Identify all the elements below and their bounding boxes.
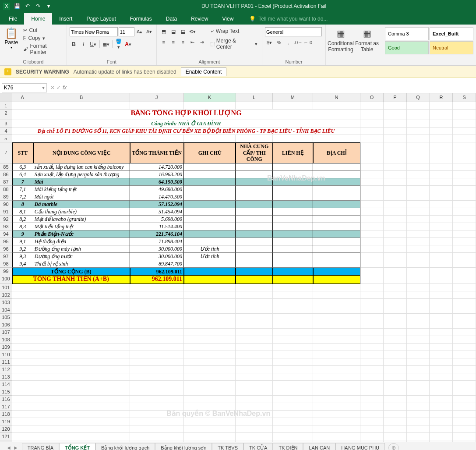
sheet-tab[interactable]: Bảng khối lượng sơn [155, 443, 212, 450]
row-header[interactable]: 102 [0, 291, 12, 299]
col-header-A[interactable]: A [12, 93, 33, 102]
decrease-decimal-icon[interactable]: ←.0 [303, 38, 312, 47]
table-header[interactable]: TỔNG THÀNH TIỀN [130, 142, 184, 163]
sheet-tab[interactable]: TK CỬA [243, 443, 273, 450]
sheet-tab[interactable]: TK TBVS [212, 443, 243, 450]
row-header[interactable]: 100 [0, 275, 12, 284]
row-header[interactable]: 95 [0, 238, 12, 245]
row-header[interactable]: 4 [0, 128, 12, 135]
name-box[interactable]: K76 [2, 83, 40, 92]
underline-button[interactable]: U▾ [89, 40, 98, 49]
row-header[interactable]: 118 [0, 411, 12, 418]
row-header[interactable]: 3 [0, 120, 12, 128]
row-header[interactable]: 1 [0, 102, 12, 110]
row-header[interactable]: 116 [0, 396, 12, 403]
tab-home[interactable]: Home [24, 13, 52, 25]
new-sheet-button[interactable]: ⊕ [388, 443, 399, 450]
sheet-tab[interactable]: TK ĐIỆN [273, 443, 303, 450]
tab-data[interactable]: Data [159, 13, 184, 25]
row-header[interactable]: 115 [0, 388, 12, 396]
bold-button[interactable]: B [70, 40, 78, 49]
decrease-font-icon[interactable]: A▾ [145, 27, 154, 36]
number-format-select[interactable] [265, 27, 322, 36]
row-header[interactable]: 113 [0, 373, 12, 381]
row-header[interactable]: 120 [0, 425, 12, 433]
col-header-L[interactable]: L [236, 93, 273, 102]
tab-page-layout[interactable]: Page Layout [79, 13, 123, 25]
col-header-O[interactable]: O [360, 93, 384, 102]
name-box-dropdown-icon[interactable]: ▾ [40, 83, 47, 92]
select-all-corner[interactable] [0, 93, 12, 102]
row-header[interactable]: 109 [0, 344, 12, 351]
comma-icon[interactable]: , [284, 38, 293, 47]
table-header[interactable]: GHI CHÚ [184, 142, 236, 163]
decrease-indent-icon[interactable]: ⇤ [188, 38, 197, 46]
font-size-select[interactable] [119, 27, 134, 36]
redo-icon[interactable]: ↷ [33, 1, 43, 11]
tab-file[interactable]: File [2, 13, 24, 25]
tab-formulas[interactable]: Formulas [123, 13, 159, 25]
table-header[interactable]: STT [12, 142, 33, 163]
sheet-nav-next-icon[interactable]: ► [13, 445, 18, 450]
tab-view[interactable]: View [215, 13, 241, 25]
font-name-select[interactable] [70, 27, 118, 36]
currency-icon[interactable]: $▾ [265, 38, 274, 47]
tell-me-search[interactable]: 💡 Tell me what you want to do... [249, 13, 328, 25]
col-header-K[interactable]: K [184, 93, 236, 102]
row-header[interactable]: 106 [0, 321, 12, 329]
enter-formula-icon[interactable]: ✓ [56, 85, 61, 91]
col-header-P[interactable]: P [384, 93, 407, 102]
row-header[interactable]: 119 [0, 418, 12, 425]
worksheet-grid[interactable]: ABJKLMNOPQRS 12BẢNG TỔNG HỢP KHỐI LƯỢNG3… [0, 93, 476, 442]
row-header[interactable]: 99 [0, 268, 12, 275]
row-header[interactable]: 96 [0, 245, 12, 253]
align-middle-icon[interactable]: ⬓ [169, 27, 178, 36]
table-header[interactable]: LIÊN HỆ [273, 142, 313, 163]
doc-heading[interactable]: Địa chỉ: LÔ F1 ĐƯỜNG SỐ 11, KCN GIÁP KHU… [12, 128, 360, 135]
tab-insert[interactable]: Insert [52, 13, 79, 25]
increase-font-icon[interactable]: A▴ [135, 27, 144, 36]
align-right-icon[interactable]: ≡ [179, 38, 187, 46]
increase-indent-icon[interactable]: ⇥ [198, 38, 207, 46]
sheet-tab[interactable]: TỔNG KẾT [59, 443, 95, 450]
table-header[interactable]: NHÀ CUNG CẤP/ THI CÔNG [236, 142, 273, 163]
row-header[interactable]: 2 [0, 110, 12, 120]
doc-heading[interactable]: BẢNG TỔNG HỢP KHỐI LƯỢNG [12, 110, 360, 120]
row-header[interactable]: 93 [0, 223, 12, 230]
row-header[interactable]: 117 [0, 403, 12, 411]
format-as-table-button[interactable]: ▦Format as Table [355, 25, 379, 53]
table-header[interactable]: NỘI DUNG CÔNG VIỆC [33, 142, 130, 163]
row-header[interactable]: 104 [0, 306, 12, 314]
copy-button[interactable]: ⎘ Copy ▾ [21, 34, 63, 42]
sheet-tab[interactable]: Bảng khối lượng gạch [95, 443, 155, 450]
row-header[interactable]: 110 [0, 351, 12, 358]
formula-input[interactable] [72, 83, 476, 92]
merge-center-button[interactable]: ⬚ Merge & Center ▾ [208, 37, 259, 51]
col-header-B[interactable]: B [33, 93, 130, 102]
total-label[interactable]: TỔNG THÀNH TIỀN (A+B) [12, 275, 130, 284]
style-neutral[interactable]: Neutral [430, 41, 473, 54]
row-header[interactable]: 98 [0, 260, 12, 268]
row-header[interactable]: 87 [0, 178, 12, 186]
row-header[interactable]: 88 [0, 186, 12, 193]
align-left-icon[interactable]: ≡ [159, 38, 168, 46]
percent-icon[interactable]: % [275, 38, 283, 47]
fill-color-button[interactable]: 🪣▾ [114, 40, 123, 49]
row-header[interactable]: 85 [0, 163, 12, 171]
undo-icon[interactable]: ↶ [23, 1, 32, 11]
sheet-tab[interactable]: HẠNG MỤC PHỤ [335, 443, 385, 450]
sheet-tab[interactable]: TRANG BÌA [22, 443, 59, 450]
tab-review[interactable]: Review [184, 13, 215, 25]
col-header-N[interactable]: N [313, 93, 361, 102]
orientation-icon[interactable]: ⟲▾ [188, 27, 197, 36]
cancel-formula-icon[interactable]: ✕ [50, 85, 55, 91]
border-button[interactable]: ▦▾ [102, 40, 110, 49]
enable-content-button[interactable]: Enable Content [181, 67, 227, 76]
italic-button[interactable]: I [79, 40, 88, 49]
table-header[interactable]: ĐỊA CHỈ [313, 142, 360, 163]
row-header[interactable]: 108 [0, 336, 12, 344]
row-header[interactable]: 92 [0, 216, 12, 223]
style-good[interactable]: Good [385, 41, 429, 54]
wrap-text-button[interactable]: ⤶ Wrap Text [208, 27, 259, 35]
font-color-button[interactable]: A▾ [124, 40, 133, 49]
